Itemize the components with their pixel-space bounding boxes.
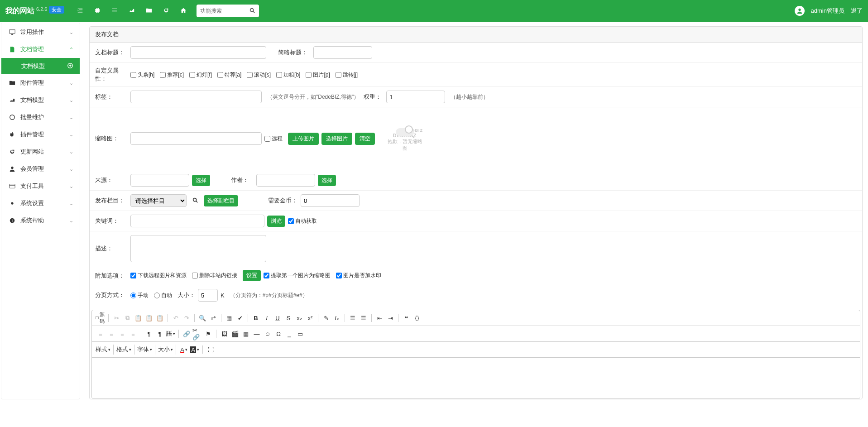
- clear-button[interactable]: 清空: [355, 133, 375, 145]
- attr-image[interactable]: 图片[p]: [306, 71, 330, 79]
- short-title-input[interactable]: [313, 46, 372, 59]
- video-icon[interactable]: 🎬: [230, 329, 240, 339]
- find-icon[interactable]: 🔍: [197, 313, 207, 323]
- keywords-input[interactable]: [130, 215, 264, 227]
- weight-input[interactable]: [386, 91, 445, 103]
- removeformat-icon[interactable]: ✎: [321, 313, 331, 323]
- search-icon[interactable]: [249, 7, 255, 15]
- auto-get-check[interactable]: 自动获取: [288, 217, 317, 225]
- selectall-icon[interactable]: ▦: [224, 313, 234, 323]
- paging-size-input[interactable]: [198, 289, 218, 302]
- iframe-icon[interactable]: ▭: [295, 329, 305, 339]
- source-button[interactable]: 源码: [96, 313, 106, 323]
- image-icon[interactable]: 🖼: [219, 329, 229, 339]
- plus-icon[interactable]: [67, 62, 73, 70]
- bgcolor-icon[interactable]: A▾: [190, 345, 200, 355]
- unlink-icon[interactable]: ✂🔗: [192, 329, 202, 339]
- sidebar-item-pay[interactable]: 支付工具 ⌄: [1, 178, 80, 195]
- outdent-icon[interactable]: ⇤: [374, 313, 384, 323]
- font-combo[interactable]: 字体▾: [137, 345, 155, 355]
- sidebar-item-docs[interactable]: 文档管理 ⌃: [1, 41, 80, 58]
- align-left-icon[interactable]: ≡: [96, 329, 106, 339]
- spellcheck-icon[interactable]: ✔: [235, 313, 245, 323]
- column-select[interactable]: 请选择栏目: [130, 194, 187, 207]
- author-select-button[interactable]: 选择: [318, 175, 336, 186]
- browse-button[interactable]: 浏览: [267, 216, 285, 227]
- align-justify-icon[interactable]: ≡: [128, 329, 138, 339]
- indent-icon[interactable]: [77, 7, 83, 15]
- attr-jump[interactable]: 跳转[j]: [336, 71, 358, 79]
- align-right-icon[interactable]: ≡: [117, 329, 127, 339]
- link-icon[interactable]: 🔗: [182, 329, 192, 339]
- rtl-icon[interactable]: ¶: [155, 329, 165, 339]
- sidebar-subitem-model[interactable]: 文档模型: [1, 58, 80, 74]
- attr-headline[interactable]: 头条[h]: [130, 71, 154, 79]
- strike-icon[interactable]: S: [283, 313, 293, 323]
- align-center-icon[interactable]: ≡: [106, 329, 116, 339]
- paging-manual[interactable]: 手动: [130, 292, 149, 299]
- underline-icon[interactable]: U: [273, 313, 283, 323]
- attr-bold[interactable]: 加粗[b]: [276, 71, 300, 79]
- sidebar-item-members[interactable]: 会员管理 ⌄: [1, 160, 80, 178]
- addon-download[interactable]: 下载远程图片和资源: [130, 272, 187, 279]
- search-column-icon[interactable]: [192, 197, 198, 205]
- folder-icon[interactable]: [146, 7, 152, 15]
- copy-icon[interactable]: ⧉: [122, 313, 132, 323]
- sidebar-item-help[interactable]: i 系统帮助 ⌄: [1, 212, 80, 229]
- bold-icon[interactable]: B: [251, 313, 261, 323]
- attr-scroll[interactable]: 滚动[s]: [247, 71, 271, 79]
- table-icon[interactable]: ▦: [241, 329, 251, 339]
- source-input[interactable]: [130, 174, 189, 187]
- sidebar-item-plugins[interactable]: 插件管理 ⌄: [1, 126, 80, 143]
- addon-watermark[interactable]: 图片是否加水印: [336, 272, 381, 279]
- replace-icon[interactable]: ⇄: [208, 313, 218, 323]
- sidebar-item-batch[interactable]: 批量维护 ⌄: [1, 109, 80, 126]
- thumb-input[interactable]: [130, 132, 262, 145]
- remote-check[interactable]: 远程: [264, 135, 283, 143]
- bullist-icon[interactable]: ☰: [359, 313, 369, 323]
- hr-icon[interactable]: —: [252, 329, 262, 339]
- emoji-icon[interactable]: ☺: [263, 329, 273, 339]
- blockquote-icon[interactable]: ❝: [401, 313, 411, 323]
- codeblock-icon[interactable]: ⟨⟩: [412, 313, 422, 323]
- desc-textarea[interactable]: [130, 235, 266, 262]
- list-icon[interactable]: [111, 7, 118, 15]
- home-icon[interactable]: [180, 7, 187, 15]
- italic-icon[interactable]: I: [262, 313, 272, 323]
- search-input[interactable]: [200, 8, 245, 14]
- subscript-icon[interactable]: x₂: [294, 313, 304, 323]
- maximize-icon[interactable]: ⛶: [206, 345, 216, 355]
- clearformat-icon[interactable]: Iₓ: [332, 313, 342, 323]
- size-combo[interactable]: 大小▾: [158, 345, 176, 355]
- addon-extract-first[interactable]: 提取第一个图片为缩略图: [264, 272, 331, 279]
- textcolor-icon[interactable]: A▾: [179, 345, 189, 355]
- source-select-button[interactable]: 选择: [192, 175, 210, 186]
- select-image-button[interactable]: 选择图片: [321, 133, 352, 145]
- user-label[interactable]: admin管理员: [811, 7, 844, 15]
- sidebar-item-attach[interactable]: 附件管理 ⌄: [1, 74, 80, 91]
- sidebar-item-common[interactable]: 常用操作 ⌄: [1, 24, 80, 41]
- language-icon[interactable]: 語▾: [166, 329, 176, 339]
- anchor-icon[interactable]: ⚑: [203, 329, 213, 339]
- superscript-icon[interactable]: x²: [305, 313, 315, 323]
- title-input[interactable]: [130, 46, 266, 59]
- addon-remove-ext[interactable]: 删除非站内链接: [192, 272, 237, 279]
- indent-icon[interactable]: ⇥: [385, 313, 395, 323]
- paging-auto[interactable]: 自动: [154, 292, 172, 299]
- attr-slide[interactable]: 幻灯[f]: [189, 71, 212, 79]
- numlist-icon[interactable]: ☰: [348, 313, 358, 323]
- attr-recommend[interactable]: 推荐[c]: [160, 71, 184, 79]
- styles-combo[interactable]: 样式▾: [96, 345, 114, 355]
- chart-icon[interactable]: [129, 7, 135, 15]
- paste-word-icon[interactable]: 📋: [155, 313, 165, 323]
- ltr-icon[interactable]: ¶: [144, 329, 154, 339]
- upload-image-button[interactable]: 上传图片: [288, 133, 319, 145]
- tags-input[interactable]: [130, 91, 262, 103]
- brand[interactable]: 我的网站: [5, 6, 34, 16]
- logout-link[interactable]: 退了: [851, 7, 863, 15]
- search-box[interactable]: [197, 5, 259, 17]
- select-sub-column-button[interactable]: 选择副栏目: [204, 195, 238, 206]
- addon-settings-button[interactable]: 设置: [243, 270, 261, 281]
- pagebreak-icon[interactable]: ⎯: [284, 329, 294, 339]
- gear-icon[interactable]: [94, 7, 101, 15]
